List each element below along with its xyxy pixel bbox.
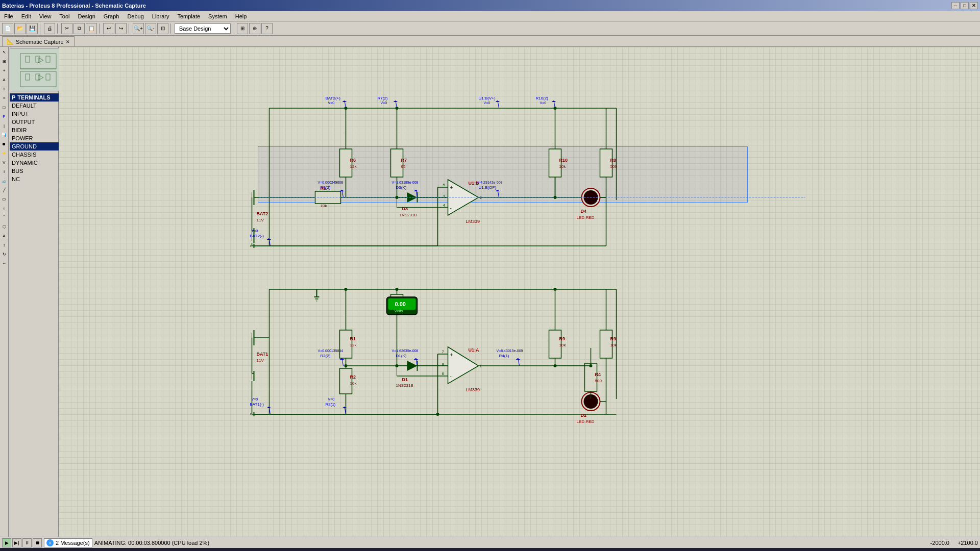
voltage-probe[interactable]: V bbox=[0, 158, 8, 166]
menu-tool[interactable]: Tool bbox=[55, 13, 74, 20]
2d-line[interactable]: ╱ bbox=[0, 186, 8, 194]
step-button[interactable]: ▶| bbox=[12, 538, 21, 547]
generator-tool[interactable]: ⚡ bbox=[0, 149, 8, 157]
subcircuit-tool[interactable]: □ bbox=[0, 103, 8, 111]
svg-line-91 bbox=[498, 102, 499, 108]
svg-text:V=0: V=0 bbox=[328, 397, 335, 401]
undo-button[interactable]: ↩ bbox=[103, 23, 114, 34]
current-probe[interactable]: I bbox=[0, 167, 8, 176]
2d-polygon[interactable]: ⬡ bbox=[0, 222, 8, 231]
canvas-area[interactable]: BAT2 11V R6 12k R7 65 R8 500 bbox=[59, 47, 980, 537]
svg-text:10k: 10k bbox=[321, 204, 328, 208]
chrome-button[interactable] bbox=[57, 549, 76, 551]
search-button[interactable] bbox=[20, 549, 39, 551]
svg-text:R4: R4 bbox=[595, 372, 601, 377]
zoom-in-button[interactable]: 🔍+ bbox=[133, 23, 144, 34]
origin-button[interactable]: ⊕ bbox=[249, 23, 260, 34]
svg-text:1NS231B: 1NS231B bbox=[396, 383, 413, 388]
tab-close-icon[interactable]: ✕ bbox=[66, 39, 70, 44]
2d-circle[interactable]: ○ bbox=[0, 204, 8, 212]
svg-point-235 bbox=[396, 364, 399, 367]
tabbar: 📐 Schematic Capture ✕ bbox=[0, 36, 980, 47]
spotify-button[interactable] bbox=[94, 549, 112, 551]
play-button[interactable]: ▶ bbox=[2, 538, 11, 547]
text-tool[interactable]: T bbox=[0, 85, 8, 93]
stop-button[interactable]: ⏹ bbox=[33, 538, 42, 547]
menu-help[interactable]: Help bbox=[231, 13, 251, 20]
mirror-button[interactable]: ↔ bbox=[0, 259, 8, 267]
copy-button[interactable]: ⧉ bbox=[74, 23, 85, 34]
2d-box[interactable]: ▭ bbox=[0, 195, 8, 203]
svg-text:10k: 10k bbox=[610, 343, 618, 347]
junction-tool[interactable]: + bbox=[0, 66, 8, 74]
svg-point-239 bbox=[590, 364, 593, 367]
discord-button[interactable]: D bbox=[76, 549, 94, 551]
2d-text[interactable]: A bbox=[0, 232, 8, 240]
tab-schematic[interactable]: 📐 Schematic Capture ✕ bbox=[2, 36, 75, 46]
separator-1 bbox=[40, 23, 42, 34]
svg-text:V=1.62635e-008: V=1.62635e-008 bbox=[392, 349, 419, 353]
component-tool[interactable]: ⊞ bbox=[0, 57, 8, 65]
menu-template[interactable]: Template bbox=[173, 13, 204, 20]
menu-debug[interactable]: Debug bbox=[123, 13, 148, 20]
svg-rect-37 bbox=[600, 149, 612, 177]
coord-right: +2100.0 bbox=[958, 540, 978, 546]
rotate-button[interactable]: ↻ bbox=[0, 250, 8, 258]
label-tool[interactable]: A bbox=[0, 76, 8, 84]
pause-button[interactable]: ⏸ bbox=[22, 538, 32, 547]
svg-text:V=1.63189e-008: V=1.63189e-008 bbox=[392, 181, 419, 184]
cut-button[interactable]: ✂ bbox=[61, 23, 72, 34]
markers-tool[interactable]: ↕ bbox=[0, 241, 8, 249]
close-button[interactable]: ✕ bbox=[970, 2, 978, 9]
menu-edit[interactable]: Edit bbox=[17, 13, 35, 20]
paste-button[interactable]: 📋 bbox=[86, 23, 97, 34]
svg-point-233 bbox=[396, 288, 399, 291]
graph-tool[interactable]: 📊 bbox=[0, 131, 8, 139]
open-button[interactable]: 📂 bbox=[14, 23, 26, 34]
other-app-button[interactable]: W bbox=[112, 549, 131, 551]
menu-graph[interactable]: Graph bbox=[100, 13, 124, 20]
svg-marker-112 bbox=[267, 238, 272, 240]
svg-text:12k: 12k bbox=[350, 164, 357, 169]
svg-text:V=0: V=0 bbox=[252, 397, 258, 401]
explorer-button[interactable] bbox=[39, 549, 57, 551]
terminal-tool[interactable]: P bbox=[0, 112, 8, 120]
zoom-fit-button[interactable]: ⊡ bbox=[157, 23, 168, 34]
svg-text:1NS231B: 1NS231B bbox=[400, 213, 417, 217]
design-dropdown[interactable]: Base Design bbox=[175, 23, 231, 34]
start-button[interactable] bbox=[2, 549, 20, 551]
window-controls[interactable]: ─ □ ✕ bbox=[951, 2, 978, 9]
print-button[interactable]: 🖨 bbox=[44, 23, 55, 34]
svg-rect-42 bbox=[549, 149, 561, 177]
svg-text:V=0: V=0 bbox=[484, 101, 491, 105]
tape-tool[interactable]: ⏺ bbox=[0, 140, 8, 148]
svg-text:R2(2): R2(2) bbox=[321, 354, 331, 358]
select-tool[interactable]: ↖ bbox=[0, 48, 8, 56]
minimize-button[interactable]: ─ bbox=[951, 2, 960, 9]
svg-text:U1:B(OP): U1:B(OP) bbox=[479, 185, 497, 190]
svg-marker-205 bbox=[414, 358, 419, 360]
maximize-button[interactable]: □ bbox=[961, 2, 969, 9]
menu-system[interactable]: System bbox=[204, 13, 231, 20]
pin-tool[interactable]: | bbox=[0, 121, 8, 130]
svg-text:11V: 11V bbox=[257, 218, 264, 222]
bus-tool[interactable]: = bbox=[0, 94, 8, 102]
schematic-canvas[interactable]: BAT2 11V R6 12k R7 65 R8 500 bbox=[59, 47, 980, 537]
animation-status: ANIMATING: 00:00:03.800000 (CPU load 2%) bbox=[94, 540, 209, 546]
menu-design[interactable]: Design bbox=[74, 13, 100, 20]
save-button[interactable]: 💾 bbox=[27, 23, 38, 34]
separator-5 bbox=[170, 23, 173, 34]
svg-text:Volts: Volts bbox=[395, 309, 403, 313]
menu-view[interactable]: View bbox=[35, 13, 56, 20]
zoom-out-button[interactable]: 🔍- bbox=[145, 23, 156, 34]
menu-library[interactable]: Library bbox=[148, 13, 174, 20]
svg-line-200 bbox=[342, 360, 344, 366]
redo-button[interactable]: ↪ bbox=[115, 23, 127, 34]
virtual-instrument[interactable]: 🔬 bbox=[0, 177, 8, 185]
help-button[interactable]: ? bbox=[261, 23, 273, 34]
svg-text:V=0: V=0 bbox=[540, 101, 547, 105]
2d-arc[interactable]: ⌒ bbox=[0, 213, 8, 221]
menu-file[interactable]: File bbox=[0, 13, 17, 20]
grid-button[interactable]: ⊞ bbox=[237, 23, 248, 34]
new-button[interactable]: 📄 bbox=[2, 23, 13, 34]
